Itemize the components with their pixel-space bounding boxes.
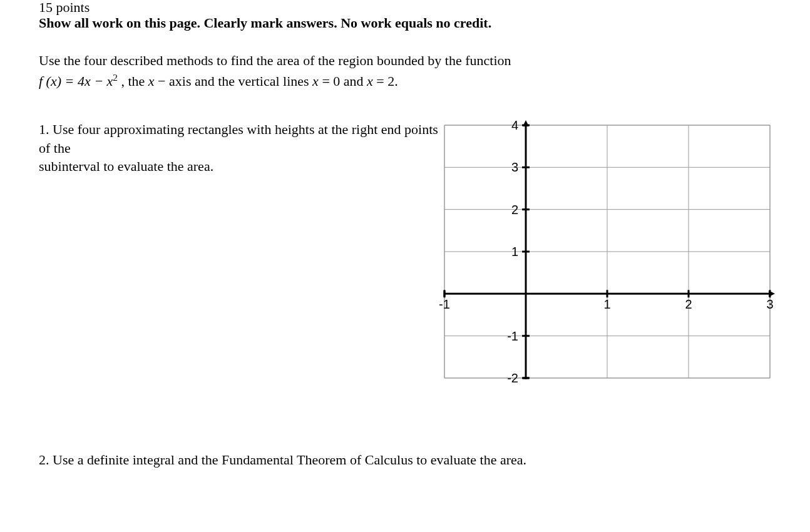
q2-text: Use a definite integral and the Fundamen… — [53, 452, 526, 468]
eq1-rhs: = 0 and — [319, 73, 367, 89]
eq1-lhs: x — [312, 73, 319, 89]
svg-text:-2: -2 — [507, 371, 518, 383]
svg-text:4: 4 — [511, 120, 518, 132]
svg-text:1: 1 — [511, 245, 518, 258]
question-2: 2. Use a definite integral and the Funda… — [39, 452, 771, 468]
prompt-mid1: , the — [121, 73, 148, 89]
function-expr: f (x) = 4x − x2 — [39, 73, 121, 89]
question-1: 1. Use four approximating rectangles wit… — [39, 120, 439, 176]
prompt-dash: − axis and the vertical lines — [155, 73, 313, 89]
fn-prefix: f (x) = 4x − x — [39, 73, 113, 89]
eq2-lhs: x — [367, 73, 373, 89]
instruction-line: Show all work on this page. Clearly mark… — [39, 15, 771, 31]
svg-text:-1: -1 — [507, 329, 518, 343]
eq2-rhs: = 2. — [373, 73, 398, 89]
svg-text:2: 2 — [685, 297, 692, 311]
svg-text:3: 3 — [766, 297, 773, 311]
problem-prompt: Use the four described methods to find t… — [39, 51, 771, 91]
coordinate-chart: -1123-2-11234 — [439, 120, 771, 383]
fn-exponent: 2 — [113, 72, 118, 83]
q1-num: 1. — [39, 121, 53, 137]
prompt-intro: Use the four described methods to find t… — [39, 53, 511, 68]
svg-text:1: 1 — [603, 297, 610, 311]
svg-text:3: 3 — [511, 160, 518, 174]
svg-text:2: 2 — [511, 203, 518, 217]
points-line: 15 points — [39, 0, 771, 15]
xvar: x — [148, 73, 155, 89]
q1-text-a: Use four approximating rectangles with h… — [39, 121, 438, 156]
q1-text-b: subinterval to evaluate the area. — [39, 158, 213, 174]
svg-text:-1: -1 — [439, 297, 450, 311]
q2-num: 2. — [39, 452, 53, 468]
